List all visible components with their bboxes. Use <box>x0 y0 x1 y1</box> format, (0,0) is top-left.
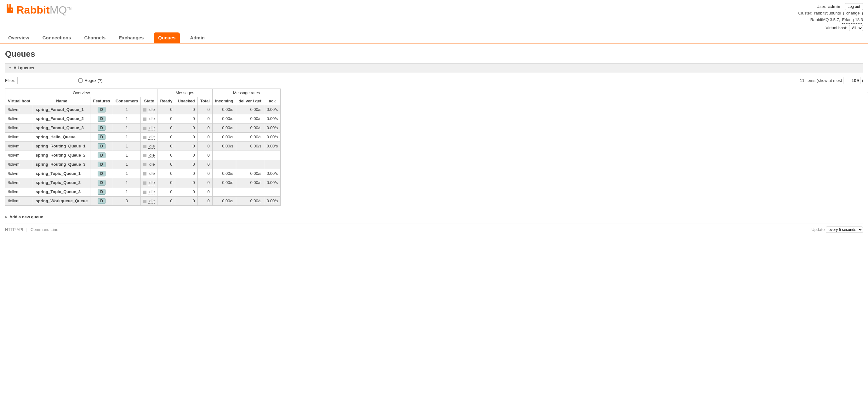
cell-unacked: 0 <box>175 151 197 160</box>
tab-exchanges[interactable]: Exchanges <box>116 32 147 43</box>
cell-features: D <box>90 169 113 178</box>
col-header[interactable]: Ready <box>157 97 175 105</box>
durable-badge[interactable]: D <box>98 134 105 140</box>
cell-features: D <box>90 187 113 196</box>
col-header[interactable]: Features <box>90 97 113 105</box>
cell-consumers: 1 <box>113 142 141 151</box>
command-line-link[interactable]: Command Line <box>31 227 58 232</box>
tab-channels[interactable]: Channels <box>81 32 109 43</box>
col-header[interactable]: Name <box>33 97 90 105</box>
cell-deliver: 0.00/s <box>236 105 264 114</box>
cell-deliver <box>236 160 264 169</box>
state-label[interactable]: idle <box>148 189 155 194</box>
tab-admin[interactable]: Admin <box>187 32 208 43</box>
col-header[interactable]: Consumers <box>113 97 141 105</box>
state-label[interactable]: idle <box>148 153 155 158</box>
all-queues-title: All queues <box>13 65 34 70</box>
cell-ready: 0 <box>157 132 175 142</box>
queue-name-link[interactable]: spring_Fanout_Queue_1 <box>33 105 90 114</box>
queue-name-link[interactable]: spring_Fanout_Queue_2 <box>33 114 90 123</box>
durable-badge[interactable]: D <box>98 189 105 195</box>
cell-vhost: /lolivm <box>5 123 33 132</box>
state-label[interactable]: idle <box>148 162 155 167</box>
vhost-select[interactable]: All <box>849 25 863 31</box>
cell-unacked: 0 <box>175 160 197 169</box>
cell-deliver <box>236 187 264 196</box>
queue-name-link[interactable]: spring_Routing_Queue_1 <box>33 142 90 151</box>
regex-checkbox[interactable] <box>79 79 83 83</box>
cell-vhost: /lolivm <box>5 160 33 169</box>
durable-badge[interactable]: D <box>98 161 105 167</box>
cell-ready: 0 <box>157 196 175 205</box>
queue-name-link[interactable]: spring_Topic_Queue_3 <box>33 187 90 196</box>
state-label[interactable]: idle <box>148 199 155 204</box>
durable-badge[interactable]: D <box>98 198 105 204</box>
cell-ack: 0.00/s <box>264 196 280 205</box>
idle-icon <box>143 163 147 166</box>
queue-name-link[interactable]: spring_Routing_Queue_3 <box>33 160 90 169</box>
add-queue-section-toggle[interactable]: ▶ Add a new queue <box>5 214 863 219</box>
col-header[interactable]: Virtual host <box>5 97 33 105</box>
state-label[interactable]: idle <box>148 134 155 140</box>
logo[interactable]: RabbitMQTM <box>5 3 71 17</box>
cell-incoming: 0.00/s <box>212 123 236 132</box>
cell-ack: 0.00/s <box>264 114 280 123</box>
queue-name-link[interactable]: spring_Topic_Queue_2 <box>33 178 90 187</box>
queues-table: Overview Messages Message rates Virtual … <box>5 89 281 206</box>
cell-ack: 0.00/s <box>264 123 280 132</box>
group-header-messages: Messages <box>157 89 212 97</box>
cell-features: D <box>90 142 113 151</box>
col-header[interactable]: Unacked <box>175 97 197 105</box>
cell-ack: 0.00/s <box>264 178 280 187</box>
cell-vhost: /lolivm <box>5 196 33 205</box>
cell-deliver: 0.00/s <box>236 142 264 151</box>
state-label[interactable]: idle <box>148 116 155 121</box>
durable-badge[interactable]: D <box>98 171 105 176</box>
state-label[interactable]: idle <box>148 107 155 112</box>
durable-badge[interactable]: D <box>98 116 105 122</box>
durable-badge[interactable]: D <box>98 107 105 113</box>
queue-name-link[interactable]: spring_Fanout_Queue_3 <box>33 123 90 132</box>
cell-unacked: 0 <box>175 132 197 142</box>
col-header[interactable]: incoming <box>212 97 236 105</box>
cell-vhost: /lolivm <box>5 178 33 187</box>
erlang-version[interactable]: Erlang 18.3 <box>842 17 863 24</box>
col-header[interactable]: Total <box>197 97 212 105</box>
cell-unacked: 0 <box>175 105 197 114</box>
cell-consumers: 1 <box>113 187 141 196</box>
page-size-input[interactable] <box>843 77 861 84</box>
cell-ready: 0 <box>157 105 175 114</box>
regex-label[interactable]: Regex (?) <box>85 78 103 83</box>
cell-features: D <box>90 132 113 142</box>
durable-badge[interactable]: D <box>98 125 105 131</box>
queue-name-link[interactable]: spring_Topic_Queue_1 <box>33 169 90 178</box>
cell-incoming: 0.00/s <box>212 196 236 205</box>
tab-connections[interactable]: Connections <box>39 32 74 43</box>
col-header[interactable]: deliver / get <box>236 97 264 105</box>
state-label[interactable]: idle <box>148 144 155 149</box>
columns-toggle[interactable]: +/- <box>867 90 868 95</box>
tab-overview[interactable]: Overview <box>5 32 32 43</box>
http-api-link[interactable]: HTTP API <box>5 227 23 232</box>
filter-input[interactable] <box>17 77 74 84</box>
logout-button[interactable]: Log out <box>845 3 863 10</box>
state-label[interactable]: idle <box>148 125 155 130</box>
queue-name-link[interactable]: spring_Routing_Queue_2 <box>33 151 90 160</box>
state-label[interactable]: idle <box>148 180 155 185</box>
cell-total: 0 <box>197 123 212 132</box>
tab-queues[interactable]: Queues <box>154 32 180 43</box>
change-link[interactable]: change <box>846 10 860 17</box>
cell-state: idle <box>141 114 157 123</box>
update-interval-select[interactable]: every 5 seconds <box>826 227 863 233</box>
durable-badge[interactable]: D <box>98 143 105 149</box>
col-header[interactable]: ack <box>264 97 280 105</box>
queue-name-link[interactable]: spring_Workqueue_Queue <box>33 196 90 205</box>
state-label[interactable]: idle <box>148 171 155 176</box>
durable-badge[interactable]: D <box>98 152 105 158</box>
queue-name-link[interactable]: spring_Hello_Queue <box>33 132 90 142</box>
table-row: /lolivmspring_Fanout_Queue_2D1idle0000.0… <box>5 114 281 123</box>
col-header[interactable]: State <box>141 97 157 105</box>
durable-badge[interactable]: D <box>98 180 105 185</box>
all-queues-section-toggle[interactable]: ▼ All queues <box>5 63 863 72</box>
cell-ack <box>264 160 280 169</box>
